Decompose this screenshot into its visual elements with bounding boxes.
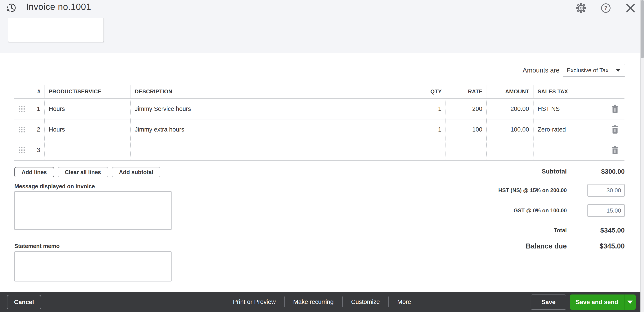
cell-rate[interactable]: 100 [446, 120, 487, 140]
col-drag [14, 85, 29, 98]
cell-sales-tax[interactable] [534, 140, 606, 160]
line-items-table: # PRODUCT/SERVICE DESCRIPTION QTY RATE A… [14, 85, 624, 161]
svg-text:?: ? [604, 5, 608, 11]
cell-amount[interactable] [487, 140, 534, 160]
cell-product-service[interactable]: Hours [45, 120, 131, 140]
cell-description[interactable] [131, 140, 405, 160]
partial-input-box[interactable] [8, 18, 104, 42]
line-actions: Add lines Clear all lines Add subtotal [14, 167, 160, 177]
drag-handle-icon[interactable] [19, 106, 25, 112]
cell-sales-tax[interactable]: Zero-rated [534, 120, 606, 140]
cell-description[interactable]: Jimmy Service hours [131, 99, 405, 119]
amounts-are-dropdown[interactable]: Exclusive of Tax [563, 64, 625, 77]
cancel-button[interactable]: Cancel [7, 295, 41, 309]
total-value: $345.00 [567, 226, 625, 234]
footer-bar: Cancel Print or Preview Make recurring C… [0, 292, 644, 312]
trash-icon[interactable] [610, 145, 620, 156]
scrollbar-track[interactable] [640, 0, 644, 312]
message-on-invoice-label: Message displayed on invoice [14, 183, 95, 190]
history-icon[interactable] [6, 3, 16, 14]
drag-handle-icon[interactable] [19, 147, 25, 153]
subtotal-value: $300.00 [567, 168, 625, 175]
gst-amount-input[interactable] [588, 204, 625, 217]
footer-nav: Print or Preview Make recurring Customiz… [224, 292, 420, 312]
cell-line-number: 3 [29, 140, 45, 160]
statement-memo-input[interactable] [14, 252, 172, 282]
save-and-send-dropdown-button[interactable] [624, 294, 636, 310]
table-header-row: # PRODUCT/SERVICE DESCRIPTION QTY RATE A… [14, 85, 624, 99]
hst-tax-label: HST (NS) @ 15% on 200.00 [409, 187, 567, 194]
save-button[interactable]: Save [530, 294, 566, 310]
amounts-are-label: Amounts are [523, 67, 560, 74]
make-recurring-button[interactable]: Make recurring [285, 298, 342, 306]
cell-amount[interactable]: 100.00 [487, 120, 534, 140]
table-row: 2 Hours Jimmy extra hours 1 100 100.00 Z… [14, 120, 624, 140]
drag-handle-icon[interactable] [19, 127, 25, 132]
chevron-down-icon [616, 69, 621, 72]
cell-product-service[interactable]: Hours [45, 99, 131, 119]
table-row: 1 Hours Jimmy Service hours 1 200 200.00… [14, 99, 624, 120]
col-sales-tax: SALES TAX [534, 85, 606, 98]
chevron-down-icon [628, 300, 633, 304]
scrollbar-thumb[interactable] [641, 0, 644, 58]
page-title: Invoice no.1001 [26, 2, 91, 12]
col-rate: RATE [446, 85, 487, 98]
col-qty: QTY [405, 85, 446, 98]
cell-description[interactable]: Jimmy extra hours [131, 120, 405, 140]
cell-amount[interactable]: 200.00 [487, 99, 534, 119]
col-num: # [29, 85, 45, 98]
save-and-send-button[interactable]: Save and send [570, 294, 624, 310]
cell-qty[interactable] [405, 140, 446, 160]
balance-due-value: $345.00 [567, 242, 625, 250]
message-on-invoice-input[interactable] [14, 191, 172, 230]
close-icon[interactable] [625, 3, 636, 14]
table-row: 3 [14, 140, 624, 161]
customize-button[interactable]: Customize [343, 298, 388, 306]
cell-line-number: 1 [29, 99, 45, 119]
cell-qty[interactable]: 1 [405, 120, 446, 140]
hst-amount-input[interactable] [588, 184, 625, 197]
cell-sales-tax[interactable]: HST NS [534, 99, 606, 119]
cell-rate[interactable] [446, 140, 487, 160]
trash-icon[interactable] [610, 104, 620, 114]
trash-icon[interactable] [610, 124, 620, 135]
col-product-service: PRODUCT/SERVICE [45, 85, 131, 98]
print-or-preview-button[interactable]: Print or Preview [224, 298, 284, 306]
more-button[interactable]: More [389, 298, 420, 306]
gear-icon[interactable] [576, 3, 586, 14]
cell-product-service[interactable] [45, 140, 131, 160]
subtotal-label: Subtotal [409, 168, 567, 175]
amounts-are-row: Amounts are Exclusive of Tax [523, 64, 625, 77]
gst-tax-label: GST @ 0% on 100.00 [409, 208, 567, 214]
totals-panel: Subtotal $300.00 HST (NS) @ 15% on 200.0… [409, 166, 625, 261]
col-description: DESCRIPTION [131, 85, 405, 98]
cell-qty[interactable]: 1 [405, 99, 446, 119]
statement-memo-label: Statement memo [14, 243, 60, 250]
cell-line-number: 2 [29, 120, 45, 140]
add-subtotal-button[interactable]: Add subtotal [112, 167, 160, 177]
clear-all-lines-button[interactable]: Clear all lines [58, 167, 108, 177]
total-label: Total [409, 227, 567, 234]
col-amount: AMOUNT [487, 85, 534, 98]
balance-due-label: Balance due [409, 242, 567, 250]
save-and-send-split-button: Save and send [570, 294, 636, 310]
add-lines-button[interactable]: Add lines [14, 167, 54, 177]
top-header-bar: Invoice no.1001 [0, 0, 644, 53]
amounts-are-value: Exclusive of Tax [567, 67, 608, 74]
cell-rate[interactable]: 200 [446, 99, 487, 119]
col-delete [606, 85, 624, 98]
help-icon[interactable]: ? [600, 3, 611, 14]
